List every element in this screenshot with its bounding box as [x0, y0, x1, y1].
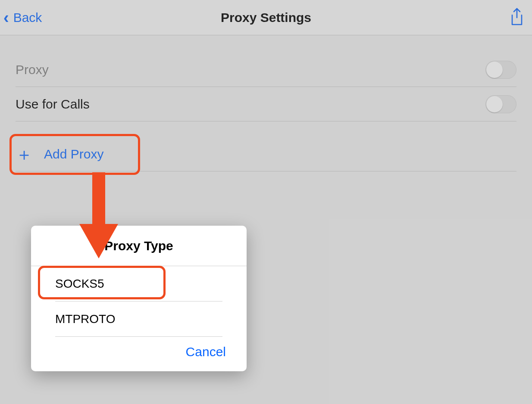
share-icon [509, 7, 525, 28]
add-proxy-label: Add Proxy [44, 147, 103, 162]
row-calls-label: Use for Calls [16, 97, 90, 112]
settings-list: Proxy Use for Calls ＋ Add Proxy [16, 53, 516, 171]
back-label: Back [13, 10, 42, 25]
page-title: Proxy Settings [221, 10, 311, 25]
row-use-for-calls: Use for Calls [16, 87, 516, 121]
cancel-button[interactable]: Cancel [186, 345, 226, 359]
dialog-title: Proxy Type [31, 226, 247, 266]
dialog-footer: Cancel [31, 337, 247, 371]
proxy-type-option-mtproto[interactable]: MTPROTO [55, 301, 222, 337]
row-proxy-label: Proxy [16, 62, 49, 77]
back-button[interactable]: ‹ Back [3, 0, 42, 35]
row-add-proxy[interactable]: ＋ Add Proxy [16, 137, 516, 171]
chevron-left-icon: ‹ [3, 9, 9, 26]
navbar: ‹ Back Proxy Settings [0, 0, 532, 35]
toggle-proxy[interactable] [485, 61, 516, 79]
toggle-calls[interactable] [485, 95, 516, 113]
share-button[interactable] [509, 0, 525, 35]
proxy-type-option-socks5[interactable]: SOCKS5 [55, 266, 222, 301]
proxy-type-dialog: Proxy Type SOCKS5 MTPROTO Cancel [31, 226, 247, 371]
row-proxy: Proxy [16, 53, 516, 87]
